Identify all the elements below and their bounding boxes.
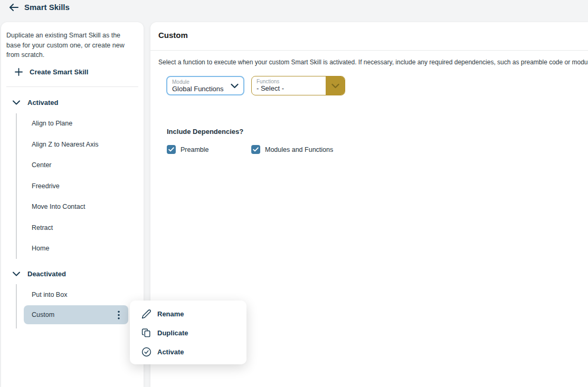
preamble-checkbox-label: Preamble (181, 146, 209, 153)
back-button[interactable] (7, 3, 20, 12)
sidebar-item-custom[interactable]: Custom (24, 305, 128, 324)
sidebar: Duplicate an existing Smart Skill as the… (1, 22, 144, 387)
chevron-down-icon (13, 272, 20, 276)
context-menu-duplicate[interactable]: Duplicate (130, 323, 246, 342)
sidebar-item-retract[interactable]: Retract (32, 217, 144, 238)
sidebar-divider (6, 86, 138, 87)
check-circle-icon (141, 347, 151, 357)
page-title: Smart Skills (24, 3, 70, 12)
sidebar-item-align-z-to-nearest-axis[interactable]: Align Z to Nearest Axis (32, 134, 144, 155)
section-label: Activated (27, 99, 59, 107)
preamble-checkbox-row: Preamble (167, 145, 209, 154)
preamble-checkbox[interactable] (167, 145, 176, 154)
modules-functions-checkbox-row: Modules and Functions (251, 145, 333, 154)
pencil-icon (141, 309, 151, 319)
context-menu-activate[interactable]: Activate (130, 342, 246, 361)
duplicate-icon (141, 328, 151, 338)
modules-functions-checkbox[interactable] (251, 145, 260, 154)
module-select[interactable]: Module Global Functions (166, 76, 244, 95)
section-label: Deactivated (27, 270, 66, 278)
section-header-activated[interactable]: Activated (13, 96, 144, 109)
context-menu-item-label: Activate (157, 348, 184, 356)
context-menu-rename[interactable]: Rename (130, 304, 246, 323)
functions-select[interactable]: Functions - Select - (251, 76, 345, 95)
modules-functions-checkbox-label: Modules and Functions (265, 146, 333, 153)
context-menu: Rename Duplicate Activate (130, 301, 246, 364)
topbar: Smart Skills (0, 0, 588, 22)
chevron-down-icon (13, 100, 20, 105)
sidebar-item-align-to-plane[interactable]: Align to Plane (32, 113, 144, 134)
section-header-deactivated[interactable]: Deactivated (13, 267, 144, 280)
arrow-left-icon (8, 3, 19, 12)
sidebar-item-move-into-contact[interactable]: Move Into Contact (32, 197, 144, 218)
chevron-down-icon (331, 83, 339, 89)
sidebar-item-center[interactable]: Center (32, 155, 144, 176)
dependencies-heading: Include Dependencies? (167, 128, 243, 136)
functions-select-dropdown-button[interactable] (326, 76, 345, 95)
plus-icon (15, 68, 23, 76)
sidebar-item-label: Custom (32, 311, 54, 318)
check-icon (168, 147, 174, 152)
create-smart-skill-button[interactable]: Create Smart Skill (15, 67, 144, 78)
kebab-menu-icon[interactable] (118, 311, 120, 320)
panel-title: Custom (158, 31, 188, 40)
deactivated-items: Put into Box Custom (16, 284, 144, 328)
context-menu-item-label: Rename (157, 310, 184, 318)
check-icon (253, 147, 259, 152)
panel-divider (150, 50, 588, 51)
panel-description: Select a function to execute when your c… (158, 59, 588, 66)
sidebar-item-home[interactable]: Home (32, 238, 144, 259)
sidebar-item-freedrive[interactable]: Freedrive (32, 176, 144, 197)
chevron-down-icon (231, 83, 239, 89)
sidebar-description: Duplicate an existing Smart Skill as the… (6, 31, 134, 60)
create-smart-skill-label: Create Smart Skill (30, 68, 88, 76)
sidebar-item-put-into-box[interactable]: Put into Box (32, 284, 144, 305)
activated-items: Align to Plane Align Z to Nearest Axis C… (16, 113, 144, 259)
context-menu-item-label: Duplicate (157, 329, 188, 337)
